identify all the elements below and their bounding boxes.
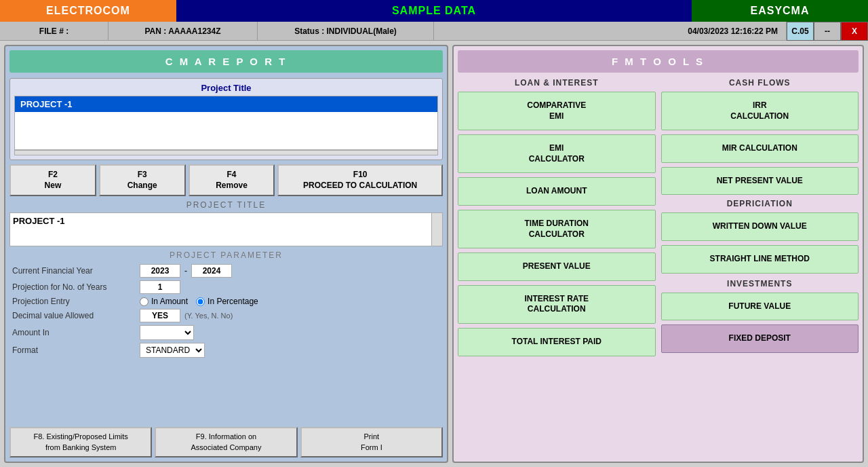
decimal-hint: (Y. Yes, N. No)	[184, 312, 233, 320]
f3-change-button[interactable]: F3Change	[99, 164, 186, 196]
project-param-section-label: PROJECT PARAMETER	[9, 250, 443, 260]
in-amount-radio[interactable]	[140, 297, 149, 306]
f10-proceed-button[interactable]: F10PROCEED TO CALCULATION	[277, 164, 443, 196]
mir-button[interactable]: MIR CALCULATION	[661, 134, 859, 163]
project-title-area: PROJECT -1	[9, 212, 443, 246]
param-grid: Current Financial Year 2023 - 2024 Proje…	[9, 264, 443, 358]
proj-years-label: Projection for No. of Years	[12, 280, 134, 294]
straight-line-button[interactable]: STRAIGHT LINE METHOD	[661, 245, 859, 274]
written-down-button[interactable]: WRITTEN DOWN VALUE	[661, 212, 859, 241]
emi-calculator-button[interactable]: EMICALCULATOR	[458, 134, 656, 173]
main-toolbar: F2New F3Change F4Remove F10PROCEED TO CA…	[9, 164, 443, 196]
brand-right: EASYCMA	[692, 0, 868, 22]
fy-to-input[interactable]: 2024	[191, 264, 232, 278]
loan-interest-col: LOAN & INTEREST COMPARATIVEEMI EMICALCUL…	[458, 78, 656, 457]
in-percentage-label: In Percentage	[208, 297, 258, 306]
in-amount-option[interactable]: In Amount	[140, 297, 188, 306]
fy-dash: -	[184, 266, 187, 276]
proj-years-value: 1	[140, 280, 440, 294]
fy-from-input[interactable]: 2023	[140, 264, 180, 278]
ctrl-close-button[interactable]: X	[841, 22, 868, 41]
fm-tools-panel: F M T O O L S LOAN & INTEREST COMPARATIV…	[452, 45, 864, 463]
ctrl-c05-button[interactable]: C.05	[787, 22, 814, 41]
ctrl-minimize-button[interactable]: --	[814, 22, 841, 41]
proj-entry-value: In Amount In Percentage	[140, 297, 440, 306]
irr-button[interactable]: IRRCALCULATION	[661, 92, 859, 130]
file-number: FILE # :	[0, 22, 108, 41]
f2-new-button[interactable]: F2New	[9, 164, 96, 196]
time-duration-button[interactable]: TIME DURATIONCALCULATOR	[458, 210, 656, 248]
amount-in-value	[140, 325, 440, 340]
fm-tools-title: F M T O O L S	[458, 50, 859, 73]
in-percentage-radio[interactable]	[196, 297, 205, 306]
interest-rate-button[interactable]: INTEREST RATECALCULATION	[458, 285, 656, 324]
brand-left: ELECTROCOM	[0, 0, 176, 22]
status: Status : INDIVIDUAL(Male)	[258, 22, 434, 41]
fy-value: 2023 - 2024	[140, 264, 440, 278]
project-scrollbar[interactable]	[14, 150, 438, 155]
proj-years-input[interactable]: 1	[140, 280, 180, 294]
bottom-toolbar: F8. Existing/Proposed Limitsfrom Banking…	[9, 423, 443, 457]
print-button[interactable]: PrintForm I	[300, 427, 443, 457]
pan-number: PAN : AAAAA1234Z	[108, 22, 258, 41]
sample-data: SAMPLE DATA	[176, 0, 692, 22]
project-list[interactable]: PROJECT -1	[14, 96, 438, 150]
comparative-emi-button[interactable]: COMPARATIVEEMI	[458, 92, 656, 130]
fy-label: Current Financial Year	[12, 264, 134, 278]
decimal-label: Decimal value Allowed	[12, 309, 134, 322]
cash-flows-col: CASH FLOWS IRRCALCULATION MIR CALCULATIO…	[661, 78, 859, 457]
f9-button[interactable]: F9. Information onAssociated Company	[155, 427, 297, 457]
decimal-input[interactable]: YES	[140, 309, 180, 322]
amount-in-select[interactable]	[140, 325, 194, 340]
project-item[interactable]: PROJECT -1	[15, 96, 437, 112]
format-value: STANDARD	[140, 343, 440, 358]
title-scrollbar[interactable]	[431, 213, 442, 246]
total-interest-button[interactable]: TOTAL INTEREST PAID	[458, 328, 656, 356]
npv-button[interactable]: NET PRESENT VALUE	[661, 167, 859, 195]
cash-flows-header: CASH FLOWS	[661, 78, 859, 88]
project-item-empty	[15, 112, 437, 149]
format-label: Format	[12, 343, 134, 358]
datetime: 04/03/2023 12:16:22 PM	[434, 22, 787, 41]
f8-button[interactable]: F8. Existing/Proposed Limitsfrom Banking…	[9, 427, 152, 457]
loan-amount-button[interactable]: LOAN AMOUNT	[458, 177, 656, 206]
future-value-button[interactable]: FUTURE VALUE	[661, 293, 859, 321]
cma-report-title: C M A R E P O R T	[9, 50, 443, 73]
loan-interest-header: LOAN & INTEREST	[458, 78, 656, 88]
project-title-box: Project Title PROJECT -1	[9, 78, 443, 160]
format-select[interactable]: STANDARD	[140, 343, 205, 358]
investments-label: INVESTMENTS	[661, 279, 859, 288]
present-value-button[interactable]: PRESENT VALUE	[458, 253, 656, 281]
fixed-deposit-button[interactable]: FIXED DEPOSIT	[661, 324, 859, 353]
amount-in-label: Amount In	[12, 325, 134, 340]
project-title-input[interactable]: PROJECT -1	[10, 213, 431, 246]
project-title-label: Project Title	[14, 83, 438, 93]
in-amount-label: In Amount	[151, 297, 188, 306]
depreciation-label: DEPRICIATION	[661, 199, 859, 208]
fm-grid: LOAN & INTEREST COMPARATIVEEMI EMICALCUL…	[458, 78, 859, 457]
proj-entry-label: Projection Entry	[12, 297, 134, 306]
f4-remove-button[interactable]: F4Remove	[189, 164, 275, 196]
cma-report-panel: C M A R E P O R T Project Title PROJECT …	[4, 45, 448, 463]
project-title-section-label: PROJECT TITLE	[9, 200, 443, 210]
decimal-value: YES (Y. Yes, N. No)	[140, 309, 440, 322]
in-percentage-option[interactable]: In Percentage	[196, 297, 258, 306]
